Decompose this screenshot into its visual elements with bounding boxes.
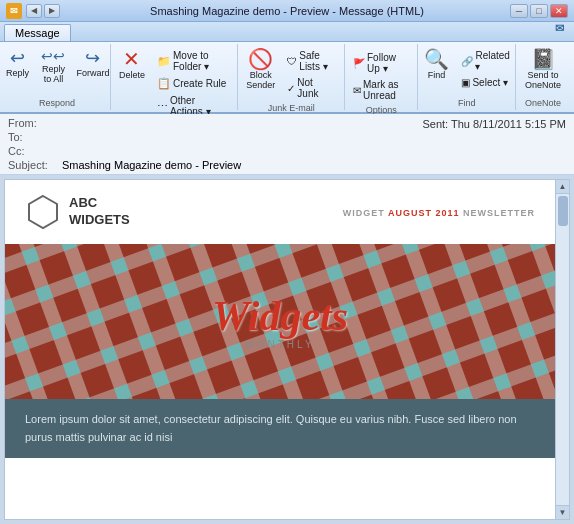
- actions-buttons: ✕ Delete 📁 Move to Folder ▾ 📋 Create Rul…: [115, 46, 233, 119]
- banner-text: Widgets MONTHLY: [212, 294, 348, 349]
- sent-label: Sent:: [422, 118, 448, 130]
- header-fields: From: To: Cc: Subject: Smashing Magazine…: [8, 116, 422, 172]
- reply-all-button[interactable]: ↩↩ Replyto All: [36, 46, 70, 87]
- find-small-buttons: 🔗 Related ▾ ▣ Select ▾: [457, 46, 513, 90]
- forward-button[interactable]: ↪ Forward: [72, 46, 113, 81]
- restore-button[interactable]: □: [530, 4, 548, 18]
- junk-group-label: Junk E-mail: [268, 103, 315, 113]
- delete-label: Delete: [119, 70, 145, 80]
- rule-icon: 📋: [157, 77, 171, 90]
- banner-subtitle: MONTHLY: [212, 338, 348, 349]
- scroll-down-button[interactable]: ▼: [556, 505, 570, 519]
- tab-message[interactable]: Message: [4, 24, 71, 41]
- select-label: Select ▾: [472, 77, 508, 88]
- subject-row: Subject: Smashing Magazine demo - Previe…: [8, 158, 422, 172]
- onenote-buttons: 📓 Send toOneNote: [521, 46, 565, 96]
- followup-label: Follow Up ▾: [367, 52, 409, 74]
- nav-forward-button[interactable]: ▶: [44, 4, 60, 18]
- tagline-suffix: NEWSLETTER: [460, 208, 536, 218]
- send-to-onenote-button[interactable]: 📓 Send toOneNote: [521, 46, 565, 93]
- related-button[interactable]: 🔗 Related ▾: [457, 48, 513, 74]
- junk-small-buttons: 🛡 Safe Lists ▾ ✓ Not Junk: [283, 46, 340, 101]
- minimize-button[interactable]: ─: [510, 4, 528, 18]
- other-icon: ⋯: [157, 100, 168, 113]
- tagline-highlight: AUGUST 2011: [388, 208, 460, 218]
- onenote-label: Send toOneNote: [525, 70, 561, 90]
- window-title: Smashing Magazine demo - Preview - Messa…: [64, 5, 510, 17]
- email-body: ABC WIDGETS WIDGET AUGUST 2011 NEWSLETTE…: [0, 175, 574, 524]
- newsletter-header: ABC WIDGETS WIDGET AUGUST 2011 NEWSLETTE…: [5, 180, 555, 244]
- banner-title: Widgets: [212, 294, 348, 336]
- move-label: Move to Folder ▾: [173, 50, 229, 72]
- ribbon-group-options: 🚩 Follow Up ▾ ✉ Mark asUnread Options: [345, 44, 418, 110]
- newsletter-body: Lorem ipsum dolor sit amet, consectetur …: [5, 399, 555, 458]
- move-to-folder-button[interactable]: 📁 Move to Folder ▾: [153, 48, 233, 74]
- from-row: From:: [8, 116, 422, 130]
- follow-up-button[interactable]: 🚩 Follow Up ▾: [349, 50, 413, 76]
- find-buttons: 🔍 Find 🔗 Related ▾ ▣ Select ▾: [419, 46, 513, 96]
- sent-info: Sent: Thu 8/11/2011 5:15 PM: [422, 116, 566, 172]
- find-icon: 🔍: [424, 49, 449, 69]
- newsletter-banner: Widgets MONTHLY: [5, 244, 555, 399]
- sent-value: Thu 8/11/2011 5:15 PM: [451, 118, 566, 130]
- from-label: From:: [8, 117, 58, 129]
- related-icon: 🔗: [461, 56, 473, 67]
- safe-lists-button[interactable]: 🛡 Safe Lists ▾: [283, 48, 340, 74]
- to-label: To:: [8, 131, 58, 143]
- nav-back-button[interactable]: ◀: [26, 4, 42, 18]
- forward-label: Forward: [76, 68, 109, 78]
- subject-label: Subject:: [8, 159, 58, 171]
- window-controls: ─ □ ✕: [510, 4, 568, 18]
- body-text: Lorem ipsum dolor sit amet, consectetur …: [25, 411, 535, 446]
- move-icon: 📁: [157, 55, 171, 68]
- unread-icon: ✉: [353, 85, 361, 96]
- ribbon-group-respond: ↩ Reply ↩↩ Replyto All ↪ Forward Respond: [4, 44, 111, 110]
- notjunk-label: Not Junk: [297, 77, 336, 99]
- newsletter-tagline: WIDGET AUGUST 2011 NEWSLETTER: [343, 207, 535, 218]
- scroll-thumb[interactable]: [558, 196, 568, 226]
- mark-unread-button[interactable]: ✉ Mark asUnread: [349, 77, 413, 103]
- reply-button[interactable]: ↩ Reply: [0, 46, 34, 81]
- ribbon-group-junk: 🚫 BlockSender 🛡 Safe Lists ▾ ✓ Not Junk …: [238, 44, 345, 110]
- cc-label: Cc:: [8, 145, 58, 157]
- forward-icon: ↪: [85, 49, 100, 67]
- reply-all-label: Replyto All: [42, 64, 65, 84]
- junk-buttons: 🚫 BlockSender 🛡 Safe Lists ▾ ✓ Not Junk: [242, 46, 340, 101]
- app-icon: ✉: [6, 3, 22, 19]
- close-button[interactable]: ✕: [550, 4, 568, 18]
- outlook-badge: ✉: [555, 22, 564, 35]
- block-sender-button[interactable]: 🚫 BlockSender: [242, 46, 279, 93]
- select-button[interactable]: ▣ Select ▾: [457, 75, 513, 90]
- logo-hex: [25, 194, 61, 230]
- scroll-up-button[interactable]: ▲: [556, 180, 570, 194]
- ribbon: ↩ Reply ↩↩ Replyto All ↪ Forward Respond…: [0, 42, 574, 114]
- block-label: BlockSender: [246, 70, 275, 90]
- respond-buttons: ↩ Reply ↩↩ Replyto All ↪ Forward: [0, 46, 113, 96]
- to-row: To:: [8, 130, 422, 144]
- reply-icon: ↩: [10, 49, 25, 67]
- ribbon-group-actions: ✕ Delete 📁 Move to Folder ▾ 📋 Create Rul…: [111, 44, 238, 110]
- newsletter-logo: ABC WIDGETS: [25, 194, 130, 230]
- scrollbar[interactable]: ▲ ▼: [555, 180, 569, 519]
- email-scroll-area[interactable]: ABC WIDGETS WIDGET AUGUST 2011 NEWSLETTE…: [4, 179, 570, 520]
- find-button[interactable]: 🔍 Find: [419, 46, 453, 83]
- delete-button[interactable]: ✕ Delete: [115, 46, 149, 83]
- title-bar: ✉ ◀ ▶ Smashing Magazine demo - Preview -…: [0, 0, 574, 22]
- actions-small-buttons: 📁 Move to Folder ▾ 📋 Create Rule ⋯ Other…: [153, 46, 233, 119]
- reply-all-icon: ↩↩: [41, 49, 65, 63]
- ribbon-tabs: Message ✉: [0, 22, 574, 42]
- not-junk-button[interactable]: ✓ Not Junk: [283, 75, 340, 101]
- svg-marker-0: [29, 196, 57, 228]
- respond-group-label: Respond: [39, 98, 75, 108]
- safe-label: Safe Lists ▾: [299, 50, 336, 72]
- ribbon-group-find: 🔍 Find 🔗 Related ▾ ▣ Select ▾ Find: [418, 44, 516, 110]
- email-header: From: To: Cc: Subject: Smashing Magazine…: [0, 114, 574, 175]
- logo-text: ABC WIDGETS: [69, 195, 130, 229]
- find-label: Find: [428, 70, 446, 80]
- rule-label: Create Rule: [173, 78, 226, 89]
- block-icon: 🚫: [248, 49, 273, 69]
- onenote-group-label: OneNote: [525, 98, 561, 108]
- flag-icon: 🚩: [353, 58, 365, 69]
- tagline-prefix: WIDGET: [343, 208, 388, 218]
- create-rule-button[interactable]: 📋 Create Rule: [153, 75, 233, 92]
